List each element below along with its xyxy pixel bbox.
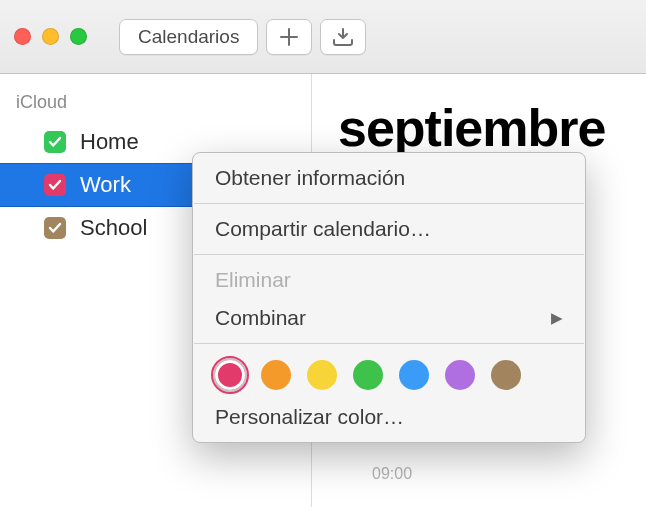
menu-item-label: Combinar [215,306,306,330]
menu-separator [194,254,584,255]
color-swatch-purple[interactable] [445,360,475,390]
color-swatch-yellow[interactable] [307,360,337,390]
submenu-arrow-icon: ▶ [551,309,563,327]
color-swatch-row [193,350,585,398]
menu-item-label: Personalizar color… [215,405,404,429]
calendar-item-label: Home [80,129,139,155]
menu-item-label: Eliminar [215,268,291,292]
calendar-context-menu: Obtener información Compartir calendario… [192,152,586,443]
calendars-toggle-button[interactable]: Calendarios [119,19,258,55]
menu-item-label: Compartir calendario… [215,217,431,241]
menu-get-info[interactable]: Obtener información [193,159,585,197]
toolbar: Calendarios [0,0,646,74]
color-swatch-orange[interactable] [261,360,291,390]
menu-item-label: Obtener información [215,166,405,190]
app-window: Calendarios iCloud [0,0,646,507]
calendar-checkbox[interactable] [44,131,66,153]
menu-merge[interactable]: Combinar ▶ [193,299,585,337]
menu-delete: Eliminar [193,261,585,299]
time-gridline-label: 09:00 [372,465,412,483]
calendars-toggle-label: Calendarios [138,26,239,48]
window-controls [14,28,87,45]
menu-share-calendar[interactable]: Compartir calendario… [193,210,585,248]
calendar-checkbox[interactable] [44,217,66,239]
inbox-button[interactable] [320,19,366,55]
calendar-checkbox[interactable] [44,174,66,196]
close-window-button[interactable] [14,28,31,45]
menu-separator [194,203,584,204]
color-swatch-pink[interactable] [215,360,245,390]
sidebar-section-header: iCloud [0,88,311,121]
zoom-window-button[interactable] [70,28,87,45]
menu-separator [194,343,584,344]
calendar-item-label: School [80,215,147,241]
menu-custom-color[interactable]: Personalizar color… [193,398,585,436]
color-swatch-blue[interactable] [399,360,429,390]
calendar-item-label: Work [80,172,131,198]
download-tray-icon [332,27,354,47]
plus-icon [279,27,299,47]
month-title: septiembre [312,74,646,158]
minimize-window-button[interactable] [42,28,59,45]
color-swatch-green[interactable] [353,360,383,390]
color-swatch-brown[interactable] [491,360,521,390]
add-event-button[interactable] [266,19,312,55]
